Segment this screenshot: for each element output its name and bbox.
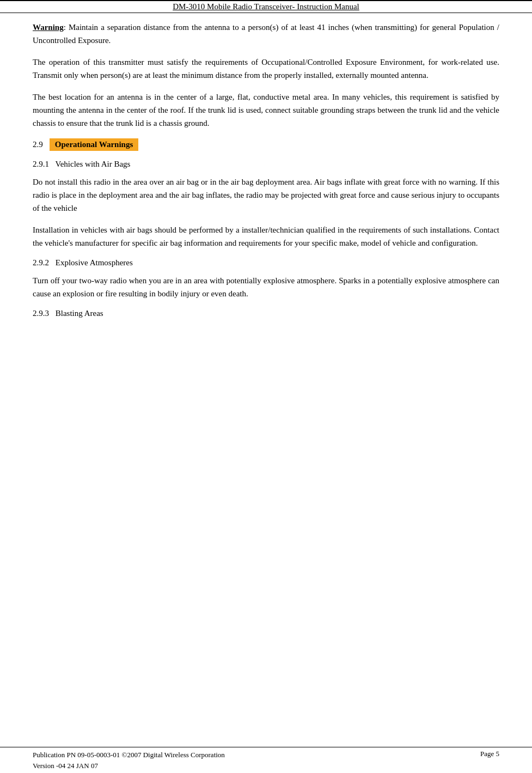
header-bar: DM-3010 Mobile Radio Transceiver- Instru… xyxy=(0,1,532,13)
paragraph-1: The operation of this transmitter must s… xyxy=(33,56,499,82)
subsection-2-9-2-title: Explosive Atmospheres xyxy=(56,258,133,267)
subsection-2-9-1-heading: 2.9.1 Vehicles with Air Bags xyxy=(33,160,499,169)
warning-label: Warning xyxy=(33,23,64,32)
footer-left-line1: Publication PN 09-05-0003-01 ©2007 Digit… xyxy=(33,750,225,760)
page-wrapper: DM-3010 Mobile Radio Transceiver- Instru… xyxy=(0,0,532,773)
footer-right: Page 5 xyxy=(480,750,499,758)
content-area: Warning: Maintain a separation distance … xyxy=(0,13,532,747)
subsection-2-9-1-number: 2.9.1 xyxy=(33,160,49,168)
subsection-2-9-1-para-1: Do not install this radio in the area ov… xyxy=(33,175,499,215)
subsection-2-9-1-para-2: Installation in vehicles with air bags s… xyxy=(33,223,499,249)
section-number: 2.9 xyxy=(33,140,43,149)
section-2-9-heading: 2.9 Operational Warnings xyxy=(33,138,499,151)
footer-left-line2: Version -04 24 JAN 07 xyxy=(33,760,225,771)
warning-paragraph: Warning: Maintain a separation distance … xyxy=(33,21,499,47)
footer-left: Publication PN 09-05-0003-01 ©2007 Digit… xyxy=(33,750,225,771)
paragraph-2: The best location for an antenna is in t… xyxy=(33,90,499,130)
subsection-2-9-2-number: 2.9.2 xyxy=(33,258,49,267)
subsection-2-9-2-para-1: Turn off your two-way radio when you are… xyxy=(33,274,499,300)
subsection-2-9-1-title: Vehicles with Air Bags xyxy=(55,160,130,168)
subsection-2-9-3-title: Blasting Areas xyxy=(56,309,103,318)
subsection-2-9-3-heading: 2.9.3 Blasting Areas xyxy=(33,309,499,318)
footer-area: Publication PN 09-05-0003-01 ©2007 Digit… xyxy=(0,747,532,773)
subsection-2-9-2-heading: 2.9.2 Explosive Atmospheres xyxy=(33,258,499,267)
warning-text: : Maintain a separation distance from th… xyxy=(33,23,499,45)
subsection-2-9-3-number: 2.9.3 xyxy=(33,309,49,318)
header-title: DM-3010 Mobile Radio Transceiver- Instru… xyxy=(173,2,359,11)
section-title-badge: Operational Warnings xyxy=(50,138,139,151)
